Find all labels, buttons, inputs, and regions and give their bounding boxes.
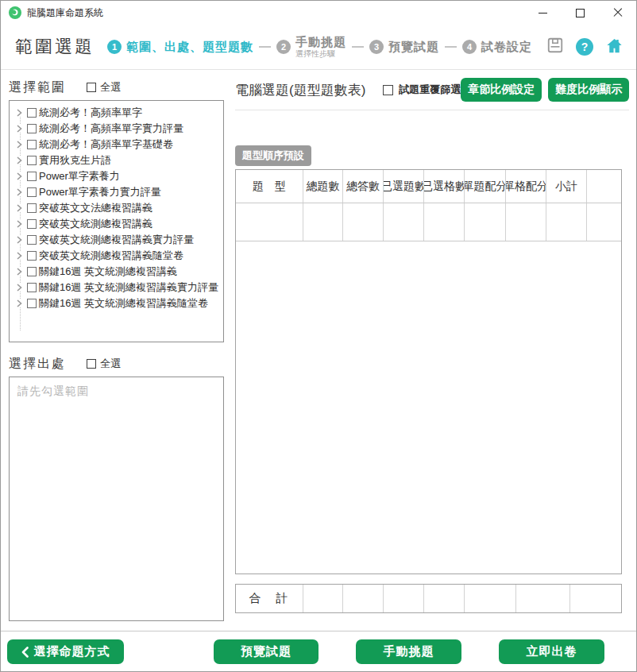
window-title: 龍騰題庫命題系統 xyxy=(27,6,103,20)
type-order-default-button[interactable]: 題型順序預設 xyxy=(235,145,311,166)
close-button[interactable] xyxy=(599,1,636,25)
header-icons: ? xyxy=(546,37,623,58)
range-item-checkbox[interactable] xyxy=(27,156,37,165)
range-tree-item[interactable]: 關鍵16週 英文統測總複習講義隨堂卷 xyxy=(10,295,223,311)
expand-chevron-icon[interactable] xyxy=(14,109,24,117)
qtable-cell xyxy=(424,203,465,241)
range-tree-item[interactable]: 突破英文統測總複習講義 xyxy=(10,216,223,232)
qtable-sum-cell xyxy=(384,585,424,612)
qtable-header-cell: 總答數 xyxy=(343,170,384,203)
help-icon[interactable]: ? xyxy=(576,38,593,56)
qtable-cell xyxy=(236,203,303,241)
back-to-method-button[interactable]: 選擇命題方式 xyxy=(7,639,124,664)
range-tree-item[interactable]: 突破英文文法總複習講義 xyxy=(10,200,223,216)
qtable-header-cell: 已選題數 xyxy=(384,170,424,203)
expand-chevron-icon[interactable] xyxy=(14,268,24,276)
range-item-checkbox[interactable] xyxy=(27,172,37,181)
range-tree-item[interactable]: 突破英文統測總複習講義隨堂卷 xyxy=(10,248,223,264)
range-select-all-label: 全選 xyxy=(100,80,121,95)
step-4: 4 試卷設定 xyxy=(462,40,532,54)
qtable-cell xyxy=(546,203,587,241)
range-tree-item[interactable]: 關鍵16週 英文統測總複習講義 xyxy=(10,264,223,280)
range-tree-item[interactable]: 突破英文統測總複習講義實力評量 xyxy=(10,232,223,248)
range-item-label: 突破英文文法總複習講義 xyxy=(39,201,152,215)
manual-pick-button[interactable]: 手動挑題 xyxy=(356,639,461,664)
expand-chevron-icon[interactable] xyxy=(14,188,24,196)
range-tree-item[interactable]: 實用狄克生片語 xyxy=(10,153,223,168)
duplicate-filter[interactable]: 試題重覆篩選 xyxy=(383,83,461,97)
range-item-checkbox[interactable] xyxy=(27,235,37,245)
qtable-cell xyxy=(303,203,343,241)
source-select-all[interactable]: 全選 xyxy=(87,357,121,371)
chevron-left-icon xyxy=(21,647,29,658)
step-separator xyxy=(445,46,457,48)
qtable-sum-cell xyxy=(570,585,621,612)
range-item-checkbox[interactable] xyxy=(27,108,37,118)
range-tree-item[interactable]: Power單字素養力 xyxy=(10,168,223,184)
expand-chevron-icon[interactable] xyxy=(14,156,24,164)
page-header: 範圍選題 1 範圍、出處、題型題數 2 手動挑題 選擇性步驟 3 預覽試題 4 … xyxy=(1,25,636,70)
minimize-button[interactable] xyxy=(524,1,562,25)
range-item-checkbox[interactable] xyxy=(27,187,37,197)
range-item-label: 統測必考！高頻率單字實力評量 xyxy=(39,122,183,136)
maximize-button[interactable] xyxy=(562,1,599,25)
range-select-all-checkbox[interactable] xyxy=(87,83,96,92)
range-item-label: 統測必考！高頻率單字基礎卷 xyxy=(39,137,173,152)
range-item-checkbox[interactable] xyxy=(27,251,37,261)
maximize-icon xyxy=(576,9,585,17)
footer-bar: 選擇命題方式 預覽試題 手動挑題 立即出卷 xyxy=(1,631,636,671)
range-item-checkbox[interactable] xyxy=(27,283,37,292)
range-tree-item[interactable]: 關鍵16週 英文統測總複習講義實力評量 xyxy=(10,280,223,295)
expand-chevron-icon[interactable] xyxy=(14,252,24,260)
range-tree-item[interactable]: 統測必考！高頻率單字 xyxy=(10,105,223,121)
difficulty-ratio-button[interactable]: 難度比例顯示 xyxy=(548,78,629,102)
step-1-label: 範圍、出處、題型題數 xyxy=(126,41,253,54)
chapter-ratio-button[interactable]: 章節比例設定 xyxy=(461,78,542,102)
duplicate-filter-label: 試題重覆篩選 xyxy=(399,83,461,97)
range-tree-item[interactable]: Power單字素養力實力評量 xyxy=(10,184,223,200)
source-select-all-checkbox[interactable] xyxy=(87,359,96,369)
qtable-header-cell xyxy=(587,170,621,203)
step-3-number: 3 xyxy=(369,40,384,54)
range-item-checkbox[interactable] xyxy=(27,124,37,133)
wizard-stepper: 1 範圍、出處、題型題數 2 手動挑題 選擇性步驟 3 預覽試題 4 試卷設定 xyxy=(107,36,532,58)
range-tree-item[interactable]: 統測必考！高頻率單字基礎卷 xyxy=(10,137,223,153)
qtable-empty-row xyxy=(236,203,621,241)
step-2-number: 2 xyxy=(276,40,291,54)
range-item-checkbox[interactable] xyxy=(27,140,37,149)
range-item-checkbox[interactable] xyxy=(27,203,37,213)
range-item-checkbox[interactable] xyxy=(27,299,37,308)
expand-chevron-icon[interactable] xyxy=(14,172,24,180)
main-content: 選擇範圍 全選 統測必考！高頻率單字 統測必考！高頻率單字實力評量 xyxy=(1,70,636,629)
preview-questions-button[interactable]: 預覽試題 xyxy=(214,639,318,664)
qtable-header-cell: 單題配分 xyxy=(465,170,506,203)
home-icon[interactable] xyxy=(605,37,623,58)
range-item-checkbox[interactable] xyxy=(27,267,37,276)
range-tree-item[interactable]: 統測必考！高頻率單字實力評量 xyxy=(10,121,223,137)
range-item-label: 關鍵16週 英文統測總複習講義實力評量 xyxy=(39,280,218,295)
expand-chevron-icon[interactable] xyxy=(14,220,24,228)
expand-chevron-icon[interactable] xyxy=(14,141,24,149)
qtable-sum-row: 合 計 xyxy=(235,584,622,613)
expand-chevron-icon[interactable] xyxy=(14,236,24,244)
duplicate-filter-checkbox[interactable] xyxy=(383,85,393,95)
range-tree: 統測必考！高頻率單字 統測必考！高頻率單字實力評量 統測必考！高頻率單字基礎卷 … xyxy=(9,100,224,342)
question-type-table: 題 型總題數總答數已選題數已選格數單題配分單格配分小計 xyxy=(235,169,622,574)
generate-paper-button[interactable]: 立即出卷 xyxy=(499,639,604,664)
expand-chevron-icon[interactable] xyxy=(14,204,24,212)
expand-chevron-icon[interactable] xyxy=(14,299,24,307)
qtable-sum-cell xyxy=(516,585,570,612)
expand-chevron-icon[interactable] xyxy=(14,284,24,292)
range-item-label: 突破英文統測總複習講義實力評量 xyxy=(39,233,194,247)
save-icon[interactable] xyxy=(546,37,564,57)
expand-chevron-icon[interactable] xyxy=(14,125,24,133)
range-select-all[interactable]: 全選 xyxy=(87,80,121,95)
range-item-checkbox[interactable] xyxy=(27,219,37,229)
source-placeholder-text: 請先勾選範圍 xyxy=(17,384,89,397)
computer-select-title: 電腦選題(題型題數表) xyxy=(235,81,365,99)
range-item-label: Power單字素養力 xyxy=(39,169,120,183)
head-divider xyxy=(235,110,629,110)
range-item-label: 突破英文統測總複習講義隨堂卷 xyxy=(39,249,183,263)
step-4-label: 試卷設定 xyxy=(481,41,532,54)
qtable-sum-cell xyxy=(465,585,516,612)
